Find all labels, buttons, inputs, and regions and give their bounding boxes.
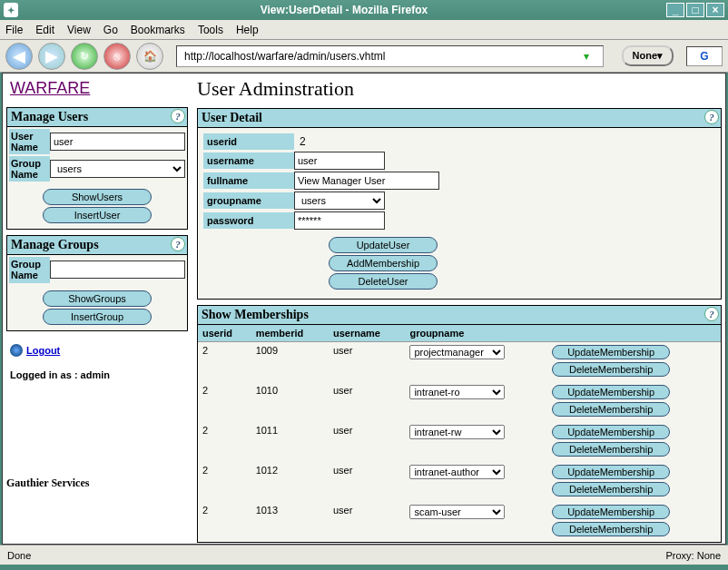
menu-bookmarks[interactable]: Bookmarks (131, 24, 185, 36)
page-title: User Adminstration (197, 77, 722, 101)
statusbar: Done Proxy: None (0, 545, 728, 565)
memberships-header: Show Memberships ? (198, 306, 721, 325)
help-icon[interactable]: ? (171, 237, 185, 251)
window-titlebar: ✦ View:UserDetail - Mozilla Firefox _ □ … (0, 0, 728, 20)
user-detail-header: User Detail ? (198, 109, 721, 128)
update-membership-button[interactable]: UpdateMembership (552, 425, 670, 439)
cell-memberid: 1012 (251, 462, 329, 502)
help-icon[interactable]: ? (704, 110, 719, 124)
cell-memberid: 1011 (251, 422, 329, 462)
insert-group-button[interactable]: InsertGroup (43, 309, 152, 325)
home-button[interactable]: 🏠 (136, 43, 163, 70)
minimize-button[interactable]: _ (666, 3, 684, 17)
cell-userid: 2 (198, 422, 251, 462)
username-label: username (203, 152, 294, 169)
forward-button[interactable]: ▶ (38, 43, 65, 70)
col-username: username (329, 325, 405, 342)
footer-left: Gauthier Services (6, 471, 188, 490)
delete-membership-button[interactable]: DeleteMembership (552, 442, 670, 457)
page-content: WARFARE Manage Users ? User Name Group N… (2, 73, 726, 545)
delete-membership-button[interactable]: DeleteMembership (552, 362, 670, 377)
cell-memberid: 1013 (251, 502, 329, 542)
back-button[interactable]: ◀ (5, 43, 33, 70)
update-membership-button[interactable]: UpdateMembership (552, 385, 670, 399)
update-membership-button[interactable]: UpdateMembership (552, 505, 670, 519)
cell-username: user (329, 422, 405, 462)
col-memberid: memberid (251, 325, 329, 342)
group-name-select[interactable]: users (50, 160, 185, 178)
group-name-label-2: Group Name (9, 257, 50, 282)
memberships-table: userid memberid username groupname 21009… (198, 325, 721, 542)
cell-userid: 2 (198, 342, 251, 383)
window-title: View:UserDetail - Mozilla Firefox (24, 4, 664, 16)
maximize-button[interactable]: □ (686, 3, 704, 17)
cell-userid: 2 (198, 502, 251, 542)
password-input[interactable] (294, 211, 385, 230)
cell-userid: 2 (198, 382, 251, 422)
help-icon[interactable]: ? (171, 109, 185, 123)
show-groups-button[interactable]: ShowGroups (43, 290, 152, 307)
reload-button[interactable]: ↻ (71, 43, 98, 70)
show-users-button[interactable]: ShowUsers (43, 189, 152, 205)
update-membership-button[interactable]: UpdateMembership (552, 465, 670, 479)
groupname-select-row[interactable]: scam-user (409, 505, 505, 519)
none-dropdown[interactable]: None▾ (622, 45, 674, 66)
manage-groups-header: Manage Groups ? (7, 236, 187, 255)
help-icon[interactable]: ? (704, 307, 719, 321)
userid-label: userid (203, 133, 294, 150)
user-name-label: User Name (9, 129, 50, 154)
groupname-select-row[interactable]: intranet-ro (409, 385, 505, 399)
table-row: 21010userintranet-roUpdateMembershipDele… (198, 382, 721, 422)
fullname-input[interactable] (294, 172, 439, 190)
app-icon: ✦ (4, 3, 18, 17)
delete-user-button[interactable]: DeleteUser (329, 273, 438, 290)
delete-membership-button[interactable]: DeleteMembership (552, 402, 670, 417)
group-name-label: Group Name (9, 156, 50, 182)
delete-membership-button[interactable]: DeleteMembership (552, 482, 670, 496)
cell-username: user (329, 342, 405, 383)
table-row: 21013userscam-userUpdateMembershipDelete… (198, 502, 721, 542)
logout-link[interactable]: Logout (10, 344, 60, 357)
add-membership-button[interactable]: AddMembership (329, 255, 438, 271)
cell-username: user (329, 382, 405, 422)
groupname-select[interactable]: users (294, 192, 385, 210)
search-engine-box[interactable]: G (686, 46, 723, 66)
globe-icon (10, 344, 23, 357)
cell-userid: 2 (198, 462, 251, 502)
menu-edit[interactable]: Edit (35, 24, 54, 36)
cell-username: user (329, 462, 405, 502)
groupname-select-row[interactable]: intranet-rw (409, 425, 505, 439)
groupname-select-row[interactable]: intranet-author (409, 465, 505, 479)
url-input[interactable] (176, 45, 604, 67)
update-user-button[interactable]: UpdateUser (329, 237, 438, 253)
insert-user-button[interactable]: InsertUser (43, 207, 152, 223)
brand-link[interactable]: WARFARE (10, 79, 90, 98)
password-label: password (203, 212, 294, 229)
update-membership-button[interactable]: UpdateMembership (552, 345, 670, 359)
fullname-label: fullname (203, 172, 294, 189)
go-icon[interactable]: ▾ (584, 50, 589, 63)
status-left: Done (7, 550, 31, 561)
user-detail-panel: User Detail ? userid2 username fullname … (197, 108, 722, 300)
close-button[interactable]: × (706, 3, 724, 17)
delete-membership-button[interactable]: DeleteMembership (552, 522, 670, 536)
menu-tools[interactable]: Tools (198, 24, 223, 36)
cell-username: user (329, 502, 405, 542)
groupname-label: groupname (203, 192, 294, 209)
manage-groups-panel: Manage Groups ? Group Name ShowGroups In… (6, 235, 188, 330)
menu-view[interactable]: View (67, 24, 91, 36)
user-name-input[interactable] (50, 133, 185, 151)
menu-go[interactable]: Go (103, 24, 118, 36)
manage-users-panel: Manage Users ? User Name Group Name user… (6, 107, 188, 230)
menu-file[interactable]: File (5, 24, 23, 36)
menu-help[interactable]: Help (236, 24, 259, 36)
toolbar: ◀ ▶ ↻ ⦸ 🏠 ▾ None▾ G (0, 40, 728, 73)
group-name-input[interactable] (50, 260, 185, 279)
username-input[interactable] (294, 152, 385, 170)
cell-memberid: 1009 (251, 342, 329, 383)
stop-button[interactable]: ⦸ (103, 43, 131, 70)
memberships-panel: Show Memberships ? userid memberid usern… (197, 305, 722, 543)
groupname-select-row[interactable]: projectmanager (409, 345, 505, 359)
userid-value: 2 (294, 133, 311, 150)
table-row: 21011userintranet-rwUpdateMembershipDele… (198, 422, 721, 462)
